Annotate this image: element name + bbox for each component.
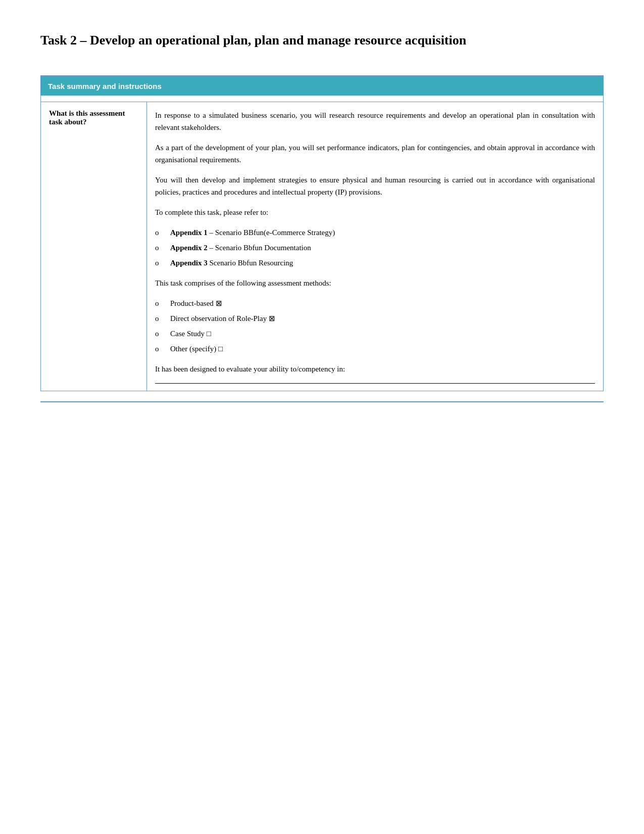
appendix-item-text: Appendix 1 – Scenario BBfun(e-Commerce S… <box>170 226 335 239</box>
appendix-bold: Appendix 3 <box>170 259 208 267</box>
bullet-icon: o <box>155 328 163 340</box>
list-item: o Direct observation of Role-Play ⊠ <box>155 312 595 325</box>
methods-list: o Product-based ⊠ o Direct observation o… <box>155 297 595 355</box>
task-summary-table: Task summary and instructions What is th… <box>40 76 604 391</box>
content-para4: To complete this task, please refer to: <box>155 206 595 218</box>
method-item-text: Other (specify) □ <box>170 343 223 355</box>
appendix-list: o Appendix 1 – Scenario BBfun(e-Commerce… <box>155 226 595 269</box>
list-item: o Appendix 1 – Scenario BBfun(e-Commerce… <box>155 226 595 239</box>
list-item: o Product-based ⊠ <box>155 297 595 309</box>
method-item-text: Case Study □ <box>170 328 211 340</box>
appendix-item-text: Appendix 3 Scenario Bbfun Resourcing <box>170 257 293 269</box>
content-cell: In response to a simulated business scen… <box>147 102 604 391</box>
bullet-icon: o <box>155 242 163 254</box>
bullet-icon: o <box>155 343 163 355</box>
label-line2: task about? <box>49 118 87 126</box>
bullet-icon: o <box>155 226 163 239</box>
label-cell: What is this assessment task about? <box>41 102 147 391</box>
page-title: Task 2 – Develop an operational plan, pl… <box>40 30 604 50</box>
list-item: o Appendix 3 Scenario Bbfun Resourcing <box>155 257 595 269</box>
method-item-text: Product-based ⊠ <box>170 297 222 309</box>
content-para5: This task comprises of the following ass… <box>155 277 595 289</box>
table-header: Task summary and instructions <box>41 77 604 96</box>
appendix-bold: Appendix 2 <box>170 244 208 252</box>
content-para1: In response to a simulated business scen… <box>155 109 595 133</box>
bottom-line <box>155 383 595 384</box>
bottom-divider <box>40 401 604 402</box>
label-line1: What is this assessment <box>49 109 125 117</box>
table-row: What is this assessment task about? In r… <box>41 102 604 391</box>
list-item: o Appendix 2 – Scenario Bbfun Documentat… <box>155 242 595 254</box>
bullet-icon: o <box>155 257 163 269</box>
appendix-item-text: Appendix 2 – Scenario Bbfun Documentatio… <box>170 242 311 254</box>
bullet-icon: o <box>155 312 163 325</box>
content-para2: As a part of the development of your pla… <box>155 142 595 166</box>
content-para3: You will then develop and implement stra… <box>155 174 595 198</box>
list-item: o Other (specify) □ <box>155 343 595 355</box>
method-item-text: Direct observation of Role-Play ⊠ <box>170 312 275 325</box>
list-item: o Case Study □ <box>155 328 595 340</box>
bullet-icon: o <box>155 297 163 309</box>
content-para6: It has been designed to evaluate your ab… <box>155 363 595 375</box>
appendix-bold: Appendix 1 <box>170 228 208 237</box>
